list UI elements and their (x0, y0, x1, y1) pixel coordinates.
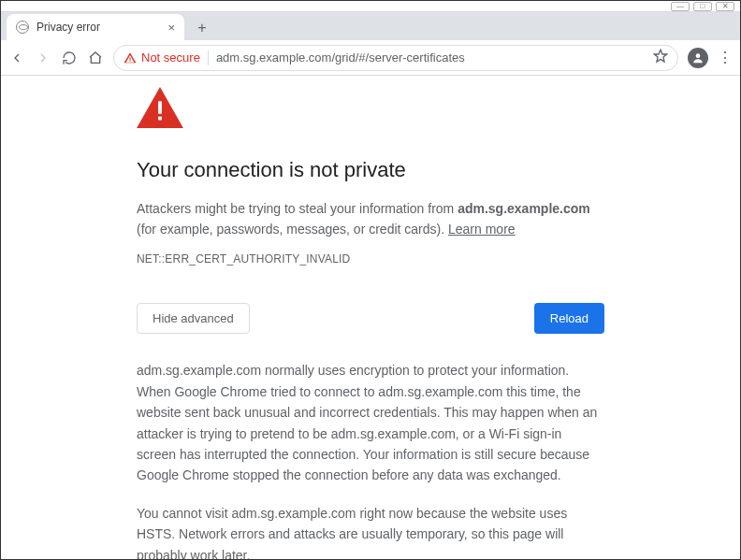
subtext-pre: Attackers might be trying to steal your … (137, 201, 458, 216)
back-button[interactable] (8, 50, 25, 66)
warning-icon (137, 87, 604, 134)
security-indicator[interactable]: Not secure (124, 50, 200, 65)
svg-rect-1 (158, 101, 162, 113)
hide-advanced-button[interactable]: Hide advanced (137, 303, 250, 334)
browser-menu-button[interactable]: ⋮ (718, 49, 733, 66)
svg-rect-2 (158, 117, 162, 121)
svg-point-0 (696, 53, 701, 58)
advanced-details: adm.sg.example.com normally uses encrypt… (137, 360, 604, 559)
details-paragraph-2: You cannot visit adm.sg.example.com righ… (137, 503, 604, 559)
new-tab-button[interactable]: + (190, 16, 214, 40)
button-row: Hide advanced Reload (137, 303, 604, 334)
security-label: Not secure (141, 50, 200, 65)
globe-icon (16, 21, 29, 34)
profile-avatar[interactable] (688, 48, 708, 68)
tab-strip: Privacy error × + (1, 12, 740, 40)
learn-more-link[interactable]: Learn more (448, 222, 516, 237)
page-viewport[interactable]: Your connection is not private Attackers… (1, 76, 740, 559)
tab-title: Privacy error (36, 21, 100, 34)
warning-subtext: Attackers might be trying to steal your … (137, 199, 604, 239)
subtext-domain: adm.sg.example.com (458, 201, 590, 216)
reload-page-button[interactable]: Reload (534, 303, 604, 334)
error-code: NET::ERR_CERT_AUTHORITY_INVALID (137, 252, 604, 266)
home-button[interactable] (87, 50, 104, 66)
forward-button[interactable] (35, 50, 51, 66)
browser-tab[interactable]: Privacy error × (7, 14, 184, 40)
window-close-button[interactable]: ✕ (716, 2, 734, 11)
reload-button[interactable] (61, 50, 78, 66)
window-maximize-button[interactable]: □ (693, 2, 712, 11)
browser-toolbar: Not secure adm.sg.example.com/grid/#/ser… (1, 40, 740, 76)
window-frame: — □ ✕ (1, 1, 740, 12)
omnibox-divider (208, 50, 209, 65)
bookmark-star-icon[interactable] (653, 49, 668, 66)
subtext-post: (for example, passwords, messages, or cr… (137, 222, 448, 237)
tab-close-icon[interactable]: × (167, 21, 175, 35)
ssl-interstitial: Your connection is not private Attackers… (127, 87, 614, 559)
window-minimize-button[interactable]: — (671, 2, 690, 11)
url-text: adm.sg.example.com/grid/#/server-certifi… (216, 50, 465, 65)
page-title: Your connection is not private (137, 158, 604, 182)
warning-triangle-icon (124, 51, 137, 65)
details-paragraph-1: adm.sg.example.com normally uses encrypt… (137, 360, 604, 485)
address-bar[interactable]: Not secure adm.sg.example.com/grid/#/ser… (113, 45, 678, 71)
